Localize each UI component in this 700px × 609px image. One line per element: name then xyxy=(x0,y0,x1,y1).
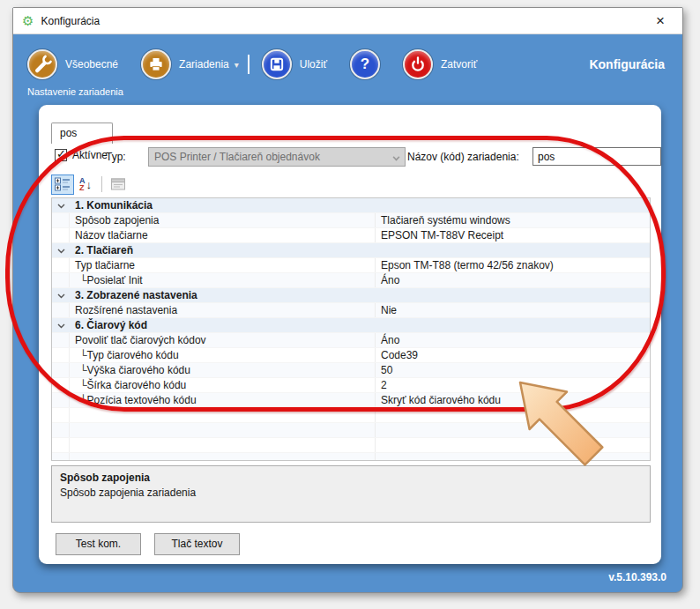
device-settings-panel: pos ✓ Aktívne Typ: POS Printer / Tlačiar… xyxy=(39,105,661,564)
brand-title: Konfigurácia xyxy=(589,57,665,71)
chevron-down-icon[interactable] xyxy=(52,243,70,257)
help-button[interactable]: ? xyxy=(350,49,380,79)
chevron-down-icon[interactable] xyxy=(52,318,70,332)
property-label: └Pozícia textového kódu xyxy=(70,393,375,407)
property-label: Rozšírené nastavenia xyxy=(70,303,375,317)
pg-toolbar-separator xyxy=(101,176,102,192)
test-communication-button[interactable]: Test kom. xyxy=(56,533,141,555)
chevron-down-icon[interactable] xyxy=(52,288,70,302)
category-label: 3. Zobrazené nastavenia xyxy=(70,288,650,302)
grid-row[interactable]: └Typ čiarového kódu Code39 xyxy=(52,348,650,363)
grid-row[interactable]: └Posielať Init Áno xyxy=(52,273,650,288)
propertygrid-toolbar: A Z ↓ xyxy=(51,174,130,195)
empty-row xyxy=(52,453,650,461)
property-label: └Typ čiarového kódu xyxy=(70,348,375,362)
category-label: 6. Čiarový kód xyxy=(70,318,650,332)
general-label: Všeobecné xyxy=(65,58,118,71)
empty-row xyxy=(52,438,650,453)
description-title: Spôsob zapojenia xyxy=(60,472,642,484)
device-type-value: POS Printer / Tlačiareň objednávok xyxy=(154,151,320,163)
active-checkbox-group[interactable]: ✓ Aktívne xyxy=(55,149,108,161)
property-value[interactable]: Áno xyxy=(375,333,650,347)
categorized-view-button[interactable] xyxy=(51,175,74,195)
device-header-row: ✓ Aktívne Typ: POS Printer / Tlačiareň o… xyxy=(51,147,649,168)
device-type-select: POS Printer / Tlačiareň objednávok xyxy=(148,147,406,167)
close-app-label: Zatvoriť xyxy=(441,58,477,71)
property-label: Názov tlačiarne xyxy=(70,228,375,242)
print-texts-button[interactable]: Tlač textov xyxy=(154,533,240,555)
screen: ⚙ Konfigurácia × Všeobecné xyxy=(0,0,700,609)
grid-row[interactable]: └Výška čiarového kódu 50 xyxy=(52,363,650,378)
category-row-tlaciaren[interactable]: 2. Tlačiareň xyxy=(52,243,650,258)
property-value[interactable]: EPSON TM-T88V Receipt xyxy=(375,228,650,242)
configuration-window: ⚙ Konfigurácia × Všeobecné xyxy=(12,7,683,593)
main-toolbar: Všeobecné Zariadenia ▾ xyxy=(13,34,682,79)
devices-dropdown-icon[interactable]: ▾ xyxy=(235,60,239,70)
property-label: Povoliť tlač čiarových kódov xyxy=(70,333,375,347)
property-label: Typ tlačiarne xyxy=(70,258,375,272)
property-label: └Posielať Init xyxy=(70,273,375,287)
devices-button[interactable]: Zariadenia xyxy=(141,49,229,79)
chevron-down-icon[interactable] xyxy=(52,198,70,212)
toolbar-separator xyxy=(248,55,249,74)
property-pages-button xyxy=(107,175,130,195)
floppy-icon xyxy=(262,49,292,79)
save-label: Uložiť xyxy=(300,58,327,71)
grid-row[interactable]: Rozšírené nastavenia Nie xyxy=(52,303,650,318)
device-name-label: Názov (kód) zariadenia: xyxy=(407,151,519,163)
device-name-input[interactable] xyxy=(532,147,661,166)
property-value[interactable]: 2 xyxy=(375,378,650,392)
type-label: Typ: xyxy=(106,151,126,163)
tab-pos[interactable]: pos xyxy=(51,123,113,144)
property-label: └Šírka čiarového kódu xyxy=(70,378,375,392)
description-text: Spôsob zapojenia zariadenia xyxy=(60,486,642,499)
sort-az-icon: A Z ↓ xyxy=(79,177,92,191)
alphabetical-sort-button[interactable]: A Z ↓ xyxy=(74,175,97,195)
power-icon xyxy=(403,49,433,79)
grid-row[interactable]: Spôsob zapojenia Tlačiareň systému windo… xyxy=(52,213,650,228)
wrench-icon xyxy=(27,49,57,79)
devices-label: Zariadenia xyxy=(179,58,229,71)
property-grid: 1. Komunikácia Spôsob zapojenia Tlačiare… xyxy=(51,197,651,461)
toolbar-subtitle: Nastavenie zariadenia xyxy=(13,79,682,97)
category-label: 1. Komunikácia xyxy=(70,198,650,212)
grid-row[interactable]: Typ tlačiarne Epson TM-T88 (termo 42/56 … xyxy=(52,258,650,273)
general-button[interactable]: Všeobecné xyxy=(27,49,118,79)
version-label: v.5.10.393.0 xyxy=(608,571,666,583)
help-icon: ? xyxy=(350,49,380,79)
window-title: Konfigurácia xyxy=(41,15,100,27)
bottom-button-row: Test kom. Tlač textov xyxy=(56,533,240,555)
property-label: Spôsob zapojenia xyxy=(70,213,375,227)
checkmark-icon: ✓ xyxy=(56,147,66,160)
category-row-ciarovy-kod[interactable]: 6. Čiarový kód xyxy=(52,318,650,333)
empty-row xyxy=(52,423,650,438)
property-label: └Výška čiarového kódu xyxy=(70,363,375,377)
category-row-komunikacia[interactable]: 1. Komunikácia xyxy=(52,198,650,213)
property-description-panel: Spôsob zapojenia Spôsob zapojenia zariad… xyxy=(51,465,651,523)
empty-row xyxy=(52,408,650,423)
property-value[interactable]: 50 xyxy=(375,363,650,377)
active-checkbox[interactable]: ✓ xyxy=(55,149,67,161)
category-row-zobrazene[interactable]: 3. Zobrazené nastavenia xyxy=(52,288,650,303)
property-value[interactable]: Skryť kód čiarového kódu xyxy=(375,393,650,407)
grid-row[interactable]: Povoliť tlač čiarových kódov Áno xyxy=(52,333,650,348)
grid-row[interactable]: └Pozícia textového kódu Skryť kód čiarov… xyxy=(52,393,650,408)
property-value[interactable]: Áno xyxy=(375,273,650,287)
property-value[interactable]: Nie xyxy=(375,303,650,317)
active-label: Aktívne xyxy=(72,149,108,161)
chevron-down-icon xyxy=(393,154,400,161)
property-value[interactable]: Epson TM-T88 (termo 42/56 znakov) xyxy=(375,258,650,272)
window-close-button[interactable]: × xyxy=(649,10,672,33)
property-value[interactable]: Code39 xyxy=(375,348,650,362)
grid-row[interactable]: Názov tlačiarne EPSON TM-T88V Receipt xyxy=(52,228,650,243)
printer-icon xyxy=(141,49,171,79)
property-value[interactable]: Tlačiareň systému windows xyxy=(375,213,650,227)
save-button[interactable]: Uložiť xyxy=(262,49,327,79)
close-app-button[interactable]: Zatvoriť xyxy=(403,49,477,79)
title-bar: ⚙ Konfigurácia × xyxy=(13,8,682,34)
app-gear-icon: ⚙ xyxy=(22,14,34,27)
grid-row[interactable]: └Šírka čiarového kódu 2 xyxy=(52,378,650,393)
category-label: 2. Tlačiareň xyxy=(70,243,650,257)
